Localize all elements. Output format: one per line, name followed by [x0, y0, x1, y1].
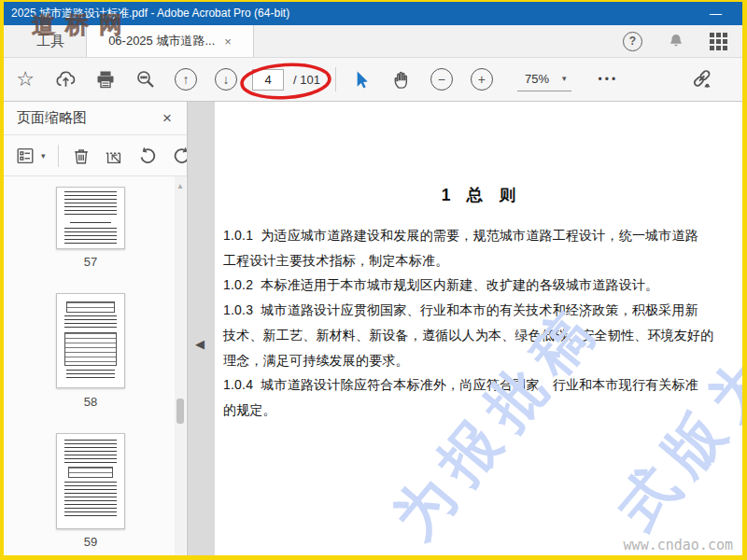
page-total-label: / 101 [293, 73, 320, 87]
search-icon[interactable] [132, 68, 160, 91]
rotate-clockwise-icon[interactable] [171, 145, 187, 167]
tab-tools[interactable]: 工具 [15, 25, 86, 57]
document-line: 技术、新工艺、新材料、新设备，遵循以人为本、绿色低碳、安全韧性、环境友好的 [223, 323, 742, 348]
apps-grid-icon[interactable] [710, 33, 727, 50]
help-icon[interactable]: ? [623, 32, 642, 51]
thumbnail-page-57[interactable] [56, 187, 125, 249]
pdf-page: 1 总 则 1.0.1 为适应城市道路建设和发展的需要，规范城市道路工程设计，统… [215, 102, 742, 555]
document-line: 1.0.3 城市道路设计应贯彻国家、行业和本市的有关技术和经济政策，积极采用新 [223, 298, 742, 323]
page-number-input[interactable] [252, 69, 284, 91]
share-upload-icon[interactable] [51, 68, 79, 91]
thumbnail-options-icon[interactable] [15, 146, 35, 166]
document-line: 理念，满足可持续发展的要求。 [223, 348, 742, 373]
document-line: 1.0.1 为适应城市道路建设和发展的需要，规范城市道路工程设计，统一城市道路 [223, 223, 742, 248]
title-bar: 2025 城市道路设计标准.pdf - Adobe Acrobat Pro (6… [4, 2, 742, 25]
print-icon[interactable] [92, 68, 120, 91]
document-heading: 1 总 则 [215, 184, 742, 206]
panel-title: 页面缩略图 [17, 109, 87, 127]
window-title: 2025 城市道路设计标准.pdf - Adobe Acrobat Pro (6… [11, 6, 289, 21]
panel-toolbar-divider [58, 145, 59, 167]
panel-toolbar: ▾ [4, 135, 187, 176]
rotate-counterclockwise-icon[interactable] [136, 145, 159, 167]
thumbnail-page-59[interactable] [56, 433, 125, 529]
delete-pages-trash-icon[interactable] [71, 146, 92, 166]
notifications-bell-icon[interactable] [667, 32, 685, 50]
tab-close-icon[interactable]: × [224, 35, 232, 49]
website-watermark: www.cndao.com [624, 537, 733, 553]
acrobat-window: 道桥网 2025 城市道路设计标准.pdf - Adobe Acrobat Pr… [0, 0, 747, 560]
document-body: 1.0.1 为适应城市道路建设和发展的需要，规范城市道路工程设计，统一城市道路 … [223, 223, 742, 423]
document-line: 1.0.4 城市道路设计除应符合本标准外，尚应符合国家、行业和本市现行有关标准 [223, 372, 742, 398]
favorites-star-icon[interactable]: ☆ [11, 69, 39, 90]
document-line: 工程设计主要技术指标，制定本标准。 [223, 248, 742, 273]
panel-collapse-icon[interactable]: ◀ [195, 337, 204, 351]
tabrow-right-icons: ? [623, 25, 727, 57]
main-toolbar: ☆ ↑ ↓ / 101 − + 75% ▾ ••• [4, 58, 742, 102]
thumbnails-panel: 页面缩略图 × ▾ [4, 102, 188, 555]
document-line: 1.0.2 本标准适用于本市城市规划区内新建、改扩建的各级城市道路设计。 [223, 273, 742, 298]
scrollbar-thumb[interactable] [176, 399, 184, 424]
options-caret-icon[interactable]: ▾ [41, 151, 46, 161]
toolbar-divider [335, 67, 336, 91]
tab-bar: 工具 06-2025 城市道路... × ? [4, 25, 742, 58]
thumbnails-list: 57 58 59 ▲ [4, 176, 187, 555]
zoom-out-icon[interactable]: − [428, 68, 456, 91]
crop-pages-icon[interactable] [104, 146, 124, 166]
minimize-button[interactable]: — [710, 7, 722, 21]
chevron-down-icon: ▾ [562, 74, 567, 83]
share-link-icon[interactable] [688, 67, 716, 91]
panel-scrollbar[interactable]: ▲ [175, 176, 186, 555]
zoom-level-dropdown[interactable]: 75% ▾ [517, 68, 572, 91]
panel-header: 页面缩略图 × [4, 102, 187, 135]
content-area: 页面缩略图 × ▾ [4, 102, 742, 555]
document-area: ◀ 1 总 则 1.0.1 为适应城市道路建设和发展的需要，规范城市道路工程设计… [188, 102, 742, 555]
tab-document-label: 06-2025 城市道路... [108, 33, 215, 49]
select-tool-cursor-icon[interactable] [347, 69, 375, 91]
more-tools-icon[interactable]: ••• [598, 73, 618, 86]
thumbnail-label-59: 59 [56, 535, 125, 549]
previous-page-icon[interactable]: ↑ [172, 68, 200, 91]
thumbnail-label-58: 58 [56, 395, 125, 409]
document-line: 的规定。 [223, 398, 742, 423]
tab-document[interactable]: 06-2025 城市道路... × [86, 25, 254, 57]
zoom-in-icon[interactable]: + [468, 68, 496, 91]
hand-tool-icon[interactable] [388, 69, 416, 91]
next-page-icon[interactable]: ↓ [212, 68, 240, 91]
panel-close-icon[interactable]: × [162, 109, 172, 128]
zoom-level-value: 75% [525, 72, 549, 86]
scrollbar-up-arrow-icon[interactable]: ▲ [175, 182, 186, 190]
thumbnail-label-57: 57 [56, 255, 125, 269]
thumbnail-page-58[interactable] [56, 293, 125, 388]
